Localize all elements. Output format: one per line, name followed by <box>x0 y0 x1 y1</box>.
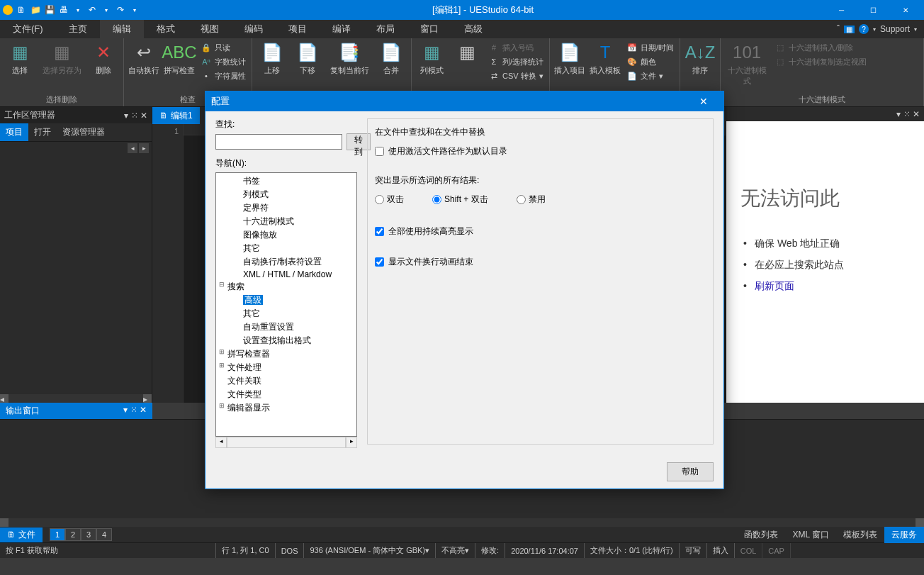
menu-window[interactable]: 窗口 <box>407 20 451 38</box>
sort-button[interactable]: A↓Z排序 <box>683 40 717 77</box>
csv-convert-item[interactable]: ⇄CSV 转换▾ <box>487 69 545 82</box>
insert-number-item[interactable]: #插入号码 <box>487 41 545 54</box>
moveup-button[interactable]: 📄上移 <box>255 40 289 77</box>
menu-edit[interactable]: 编辑 <box>100 20 144 38</box>
page-4[interactable]: 4 <box>96 528 112 541</box>
menu-project[interactable]: 项目 <box>276 20 320 38</box>
open-icon[interactable]: 📁 <box>30 4 41 16</box>
status-hl[interactable]: 不高亮 ▾ <box>436 543 475 558</box>
tree-item[interactable]: 自动换行/制表符设置 <box>218 255 355 269</box>
tree-item[interactable]: 设置查找输出格式 <box>218 334 355 347</box>
hex-insert-item[interactable]: ⬚十六进制插入/删除 <box>773 41 868 54</box>
spellcheck-button[interactable]: ABC拼写检查 <box>162 40 196 77</box>
menu-advanced[interactable]: 高级 <box>451 20 495 38</box>
wordcount-item[interactable]: Aⁿ字数统计 <box>199 55 247 68</box>
minimize-button[interactable]: ─ <box>826 0 857 20</box>
persist-highlight-checkbox[interactable] <box>375 227 384 236</box>
tree-item[interactable]: ⊞文件处理 <box>218 361 355 374</box>
color-item[interactable]: 🎨颜色 <box>625 55 675 68</box>
tree-scroll-left[interactable]: ◂ <box>215 437 227 448</box>
tree-item[interactable]: ⊞拼写检查器 <box>218 347 355 361</box>
duplicate-button[interactable]: 📑复制当前行 <box>326 40 373 77</box>
column-icon2[interactable]: ▦ <box>450 40 484 65</box>
page-3[interactable]: 3 <box>81 528 96 541</box>
status-enc[interactable]: 936 (ANSI/OEM - 简体中文 GBK) ▾ <box>304 543 436 558</box>
file-tab[interactable]: 🗎编辑1 <box>152 107 200 124</box>
page-2[interactable]: 2 <box>65 528 81 541</box>
tab-explorer[interactable]: 资源管理器 <box>57 123 111 141</box>
hscroll-right[interactable] <box>915 518 924 527</box>
tree-item[interactable]: 自动重置设置 <box>218 320 355 334</box>
page-1[interactable]: 1 <box>50 528 65 541</box>
movedown-button[interactable]: 📄下移 <box>291 40 325 77</box>
tree-item[interactable]: 书签 <box>218 174 355 188</box>
status-ins[interactable]: 插入 <box>707 543 735 558</box>
find-input[interactable] <box>215 134 342 150</box>
tree-item[interactable]: 其它 <box>218 242 355 255</box>
pin-icon[interactable]: ▾ ⁙ ✕ <box>124 111 147 121</box>
column-mode-button[interactable]: ▦列模式 <box>415 40 449 77</box>
tree-item[interactable]: ⊞编辑器显示 <box>218 401 355 415</box>
nav-next[interactable]: ▸ <box>139 143 149 153</box>
insert-item-button[interactable]: 📄插入项目 <box>553 40 587 77</box>
status-rw[interactable]: 可写 <box>680 543 707 558</box>
dropdown3-icon[interactable]: ▾ <box>129 4 140 16</box>
tab-templates[interactable]: 模板列表 <box>836 527 884 543</box>
file-item[interactable]: 📄文件▾ <box>625 69 675 82</box>
print-icon[interactable]: 🖶 <box>58 4 69 16</box>
refresh-link[interactable]: 刷新页面 <box>755 280 794 291</box>
status-eol[interactable]: DOS <box>276 543 305 558</box>
collapse-ribbon-icon[interactable]: ˆ <box>837 24 840 34</box>
menu-home[interactable]: 主页 <box>56 20 100 38</box>
bottom-tab-file[interactable]: 🗎文件 <box>0 527 43 542</box>
menu-file[interactable]: 文件(F) <box>0 20 56 38</box>
undo-icon[interactable]: ↶ <box>86 4 98 16</box>
hex-copy-item[interactable]: ⬚十六进制复制选定视图 <box>773 55 868 68</box>
support-link[interactable]: Support <box>880 24 910 34</box>
close-button[interactable]: ✕ <box>889 0 921 20</box>
menu-view[interactable]: 视图 <box>188 20 232 38</box>
scroll-right[interactable]: ▸ <box>143 394 152 403</box>
tree-item[interactable]: 文件关联 <box>218 374 355 388</box>
wrap-anim-checkbox[interactable] <box>375 257 384 267</box>
tab-cloud[interactable]: 云服务 <box>884 527 924 543</box>
select-button[interactable]: ▦选择 <box>3 40 37 77</box>
menu-format[interactable]: 格式 <box>144 20 188 38</box>
status-col[interactable]: COL <box>735 543 763 558</box>
nav-tree[interactable]: 书签列模式定界符十六进制模式图像拖放其它自动换行/制表符设置XML / HTML… <box>215 172 357 437</box>
tab-xml[interactable]: XML 窗口 <box>785 527 836 543</box>
dropdown-icon[interactable]: ▾ <box>72 4 84 16</box>
nav-prev[interactable]: ◂ <box>128 143 137 153</box>
dropdown2-icon[interactable]: ▾ <box>101 4 112 16</box>
tree-item[interactable]: ⊟搜索 <box>218 280 355 294</box>
save-selection-button[interactable]: ▦选择另存为 <box>38 40 85 77</box>
status-cap[interactable]: CAP <box>762 543 791 558</box>
tree-item[interactable]: 其它 <box>218 307 355 320</box>
radio-shift-dblclick[interactable] <box>432 195 441 204</box>
tree-item[interactable]: 高级 <box>218 294 355 307</box>
tree-item[interactable]: 定界符 <box>218 201 355 215</box>
scroll-left[interactable]: ◂ <box>0 394 9 403</box>
readonly-item[interactable]: 🔒只读 <box>199 41 247 54</box>
tab-project[interactable]: 项目 <box>0 123 28 141</box>
tree-scroll-right[interactable]: ▸ <box>346 437 357 448</box>
tree-item[interactable]: 图像拖放 <box>218 228 355 242</box>
wordwrap-button[interactable]: ↩自动换行 <box>127 40 161 77</box>
tab-open[interactable]: 打开 <box>28 123 57 141</box>
new-icon[interactable]: 🗎 <box>16 4 27 16</box>
default-dir-checkbox[interactable] <box>375 147 384 156</box>
menu-compile[interactable]: 编译 <box>320 20 364 38</box>
delete-button[interactable]: ✕删除 <box>86 40 120 77</box>
save-icon[interactable]: 💾 <box>44 4 55 16</box>
charattr-item[interactable]: •字符属性 <box>199 69 247 82</box>
menu-layout[interactable]: 布局 <box>364 20 407 38</box>
output-controls[interactable]: ▾ ⁙ ✕ <box>123 405 147 417</box>
menu-encoding[interactable]: 编码 <box>232 20 276 38</box>
help-icon[interactable]: ? <box>859 24 869 34</box>
tab-functions[interactable]: 函数列表 <box>737 527 785 543</box>
tree-item[interactable]: 十六进制模式 <box>218 215 355 228</box>
radio-dblclick[interactable] <box>375 195 384 204</box>
tree-item[interactable]: 列模式 <box>218 188 355 201</box>
dialog-close-button[interactable]: ✕ <box>689 96 718 107</box>
merge-button[interactable]: 📄合并 <box>374 40 408 77</box>
